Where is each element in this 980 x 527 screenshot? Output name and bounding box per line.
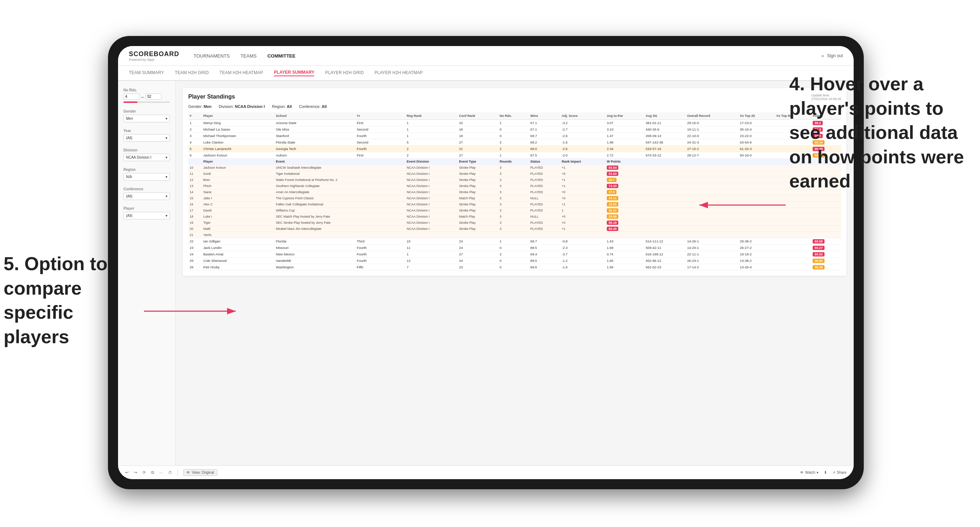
- event-name: SEC Stroke Play hosted by Jerry Pate: [275, 220, 406, 226]
- gender-dropdown[interactable]: Men ▾: [123, 115, 170, 122]
- nav-tournaments[interactable]: TOURNAMENTS: [194, 52, 230, 59]
- cell-wins: 68.2: [529, 139, 560, 146]
- points-badge-event[interactable]: 73.33: [607, 184, 619, 188]
- table-row: 22 Ian Gilligan Florida Third 10 24 1 68…: [188, 238, 841, 244]
- table-row-highlighted: 5 Christo Lamprecht Georgia Tech Fourth …: [188, 146, 841, 152]
- event-type: Stroke Play: [458, 220, 498, 226]
- watch-button[interactable]: 👁 Watch ▾: [800, 470, 818, 475]
- subnav-player-h2h-grid[interactable]: PLAYER H2H GRID: [325, 70, 363, 76]
- cell-conf-rank: 24: [458, 244, 498, 251]
- nav-teams[interactable]: TEAMS: [240, 52, 257, 59]
- cell-rank: 24: [188, 251, 202, 257]
- points-badge-event[interactable]: 53.60: [607, 171, 619, 176]
- points-badge-event[interactable]: 37.5: [607, 190, 617, 194]
- filter-conference-value: All: [322, 104, 327, 109]
- points-badge-event[interactable]: 30.47: [607, 208, 619, 213]
- no-rds-slider[interactable]: [123, 102, 170, 103]
- arrow-4-svg: [696, 190, 803, 219]
- undo-icon[interactable]: ↩: [125, 470, 129, 475]
- no-rds-label: No Rds.: [123, 88, 170, 92]
- no-rds-from-input[interactable]: [123, 94, 140, 100]
- cell-adj-score: -1.2: [560, 257, 605, 264]
- cell-conf-rank: 21: [458, 146, 498, 152]
- no-rds-to-input[interactable]: [145, 94, 162, 100]
- brand-sub: Powered by clippi: [129, 58, 179, 62]
- points-badge-event[interactable]: 34.11: [607, 196, 619, 200]
- event-w-points: 53.60: [605, 171, 644, 177]
- cell-wins: 69.4: [529, 251, 560, 257]
- cell-overall: 27-10-2: [686, 146, 738, 152]
- points-badge-event[interactable]: 66.40: [607, 227, 619, 231]
- chevron-down-icon-5: ▾: [165, 194, 167, 198]
- view-original-button[interactable]: 👁 View: Original: [183, 469, 217, 476]
- cell-rank: 26: [188, 264, 202, 270]
- cell-points[interactable]: 60.58: [811, 238, 841, 244]
- event-status: PLAYED: [529, 177, 560, 183]
- sign-out-button[interactable]: Sign out: [827, 53, 843, 58]
- event-status: PLAYED: [529, 220, 560, 226]
- points-badge-event[interactable]: 25.98: [607, 214, 619, 219]
- conference-dropdown[interactable]: (All) ▾: [123, 192, 170, 200]
- cell-avg-sg: 452-96-12: [644, 257, 686, 264]
- subnav-player-h2h-heatmap[interactable]: PLAYER H2H HEATMAP: [375, 70, 423, 76]
- refresh-icon[interactable]: ⟳: [143, 470, 146, 475]
- cell-overall: 19-11-1: [686, 126, 738, 133]
- event-rounds: 3: [498, 183, 529, 189]
- nav-committee[interactable]: COMMITTEE: [267, 52, 296, 59]
- subnav-team-h2h-grid[interactable]: TEAM H2H GRID: [175, 70, 209, 76]
- points-badge-event[interactable]: 60.64: [607, 165, 619, 170]
- points-badge-event[interactable]: 48.7: [607, 178, 617, 182]
- cell-rank: 5: [188, 146, 202, 152]
- event-col-event: Event: [275, 159, 406, 165]
- card-header: Player Standings Update time: 27/01/2024…: [188, 94, 841, 101]
- cell-points[interactable]: 39.95: [811, 257, 841, 264]
- cell-school: Auburn: [275, 152, 356, 159]
- cell-points[interactable]: 38.49: [811, 264, 841, 270]
- event-name: The Cypress Point Classic: [275, 195, 406, 202]
- points-badge[interactable]: 38.49: [813, 265, 824, 270]
- cell-vs25: 13-38-2: [738, 257, 775, 264]
- cell-points[interactable]: 60.27: [811, 244, 841, 251]
- cell-reg-rank: 1: [405, 133, 457, 139]
- event-status: PLAYED: [529, 171, 560, 177]
- filter-gender: Gender: Men: [188, 104, 212, 109]
- points-badge[interactable]: 39.95: [813, 259, 824, 263]
- cell-avg-sg: 440-26-6: [644, 126, 686, 133]
- copy-icon[interactable]: ⧉: [151, 470, 154, 475]
- cell-points[interactable]: 60.02: [811, 251, 841, 257]
- points-badge[interactable]: 60.27: [813, 246, 824, 250]
- division-dropdown[interactable]: NCAA Division I ▾: [123, 154, 170, 161]
- subnav-player-summary[interactable]: PLAYER SUMMARY: [274, 70, 314, 76]
- cell-no-rds: 2: [498, 146, 529, 152]
- year-dropdown[interactable]: (All) ▾: [123, 134, 170, 142]
- points-badge[interactable]: 60.02: [813, 252, 824, 257]
- cell-overall: 26-23-1: [686, 257, 738, 264]
- share-button[interactable]: ↗ Share: [832, 470, 846, 475]
- cell-rank: 23: [188, 244, 202, 251]
- redo-icon[interactable]: ↪: [134, 470, 137, 475]
- cell-reg-rank: 1: [405, 126, 457, 133]
- event-w-points: 66.40: [605, 226, 644, 232]
- cell-yr: First: [355, 120, 405, 126]
- cell-avg-to-par: 1.47: [605, 133, 644, 139]
- player-dropdown[interactable]: (All) ▾: [123, 212, 170, 219]
- year-section: Year (All) ▾: [123, 129, 170, 142]
- cell-yr: First: [355, 152, 405, 159]
- subnav-team-h2h-heatmap[interactable]: TEAM H2H HEATMAP: [220, 70, 263, 76]
- event-type: Stroke Play: [458, 177, 498, 183]
- more-icon[interactable]: ···: [159, 470, 163, 475]
- event-col-rounds: Rounds: [498, 159, 529, 165]
- points-badge-event[interactable]: 56.18: [607, 221, 619, 225]
- slider-fill: [123, 102, 137, 103]
- cell-avg-to-par: 1.98: [605, 139, 644, 146]
- cell-adj-score: -2.3: [560, 244, 605, 251]
- points-badge-event[interactable]: 18.50: [607, 202, 619, 206]
- cell-adj-score: -2.0: [560, 152, 605, 159]
- col-vs-top25: Vs Top 25: [738, 112, 775, 120]
- region-dropdown[interactable]: N/A ▾: [123, 173, 170, 181]
- subnav-team-summary[interactable]: TEAM SUMMARY: [129, 70, 164, 76]
- toolbar-icon-download[interactable]: ⬇: [824, 470, 827, 475]
- clock-icon[interactable]: ⏱: [168, 470, 172, 475]
- points-badge[interactable]: 60.58: [813, 239, 824, 243]
- watch-chevron: ▾: [817, 470, 818, 475]
